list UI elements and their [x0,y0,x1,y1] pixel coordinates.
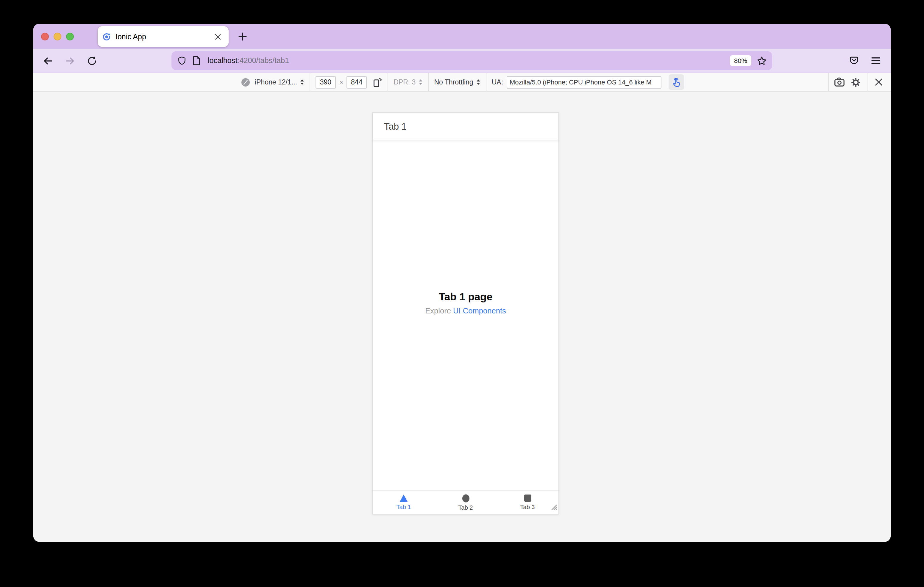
stepper-icon [476,79,480,85]
viewport-width-input[interactable]: 390 [315,76,336,88]
page-subtitle: Explore UI Components [373,306,558,315]
browser-content-area: Tab 1 Tab 1 page Explore UI Components T… [33,92,891,542]
stepper-icon [300,79,304,85]
viewport-height-input[interactable]: 844 [346,76,367,88]
tab-button-tab2[interactable]: Tab 2 [435,491,497,514]
ellipse-icon [462,494,469,502]
tab-title: Ionic App [116,33,212,41]
app-page-content: Tab 1 page Explore UI Components [373,140,558,490]
tab-label: Tab 2 [459,504,473,511]
ionic-logo-icon [102,33,111,41]
square-icon [524,494,531,502]
ua-label: UA: [492,79,503,86]
dpr-value: DPR: 3 [394,79,416,86]
url-bar[interactable]: localhost:4200/tabs/tab1 80% [172,51,772,70]
browser-tab[interactable]: Ionic App [97,26,229,47]
new-tab-button[interactable] [233,27,251,45]
forward-button[interactable] [61,53,78,69]
ui-components-link[interactable]: UI Components [453,306,506,315]
shield-icon[interactable] [177,56,186,66]
url-host: localhost [208,56,237,65]
divider [428,73,429,91]
minimize-window-button[interactable] [53,33,61,40]
back-button[interactable] [39,53,56,69]
page-icon[interactable] [192,56,201,66]
app-header: Tab 1 [373,113,558,140]
rotate-viewport-icon[interactable] [372,77,382,87]
touch-simulation-icon [672,77,681,87]
close-tab-icon[interactable] [212,31,224,43]
tab-button-tab3[interactable]: Tab 3 [497,491,558,514]
welcome-block: Tab 1 page Explore UI Components [373,291,558,315]
divider [828,73,829,91]
tab-button-tab1[interactable]: Tab 1 [373,491,435,514]
tab-label: Tab 1 [396,504,411,510]
divider [867,73,868,91]
browser-window: Ionic App [33,24,891,542]
device-viewport: Tab 1 Tab 1 page Explore UI Components T… [372,112,559,515]
device-selector[interactable]: iPhone 12/1... [255,79,304,86]
settings-gear-icon[interactable] [848,74,864,90]
close-rdm-icon[interactable] [870,74,886,90]
responsive-design-mode-toolbar: iPhone 12/1... 390 × 844 [33,73,891,92]
hamburger-menu-icon[interactable] [868,53,884,69]
pocket-icon[interactable] [845,53,862,69]
divider [310,73,310,91]
navigation-toolbar: localhost:4200/tabs/tab1 80% [33,49,891,73]
app-tab-bar: Tab 1 Tab 2 Tab 3 [373,490,558,514]
close-window-button[interactable] [41,33,48,40]
url-text[interactable]: localhost:4200/tabs/tab1 [208,56,730,65]
compass-icon [241,77,250,87]
rdm-actions [826,73,891,91]
subtitle-text: Explore [425,306,453,315]
divider [388,73,388,91]
page-title: Tab 1 page [373,291,558,303]
reload-button[interactable] [83,53,100,69]
zoom-level-badge[interactable]: 80% [730,55,751,66]
titlebar: Ionic App [33,24,891,49]
dimension-separator: × [339,79,343,86]
rdm-device-controls: iPhone 12/1... 390 × 844 [241,73,684,91]
dpr-selector[interactable]: DPR: 3 [394,79,423,86]
touch-simulation-button[interactable] [668,74,684,90]
screen: Ionic App [0,0,924,587]
viewport-resize-handle[interactable] [549,502,557,513]
zoom-window-button[interactable] [66,33,74,40]
user-agent-input[interactable]: Mozilla/5.0 (iPhone; CPU iPhone OS 14_6 … [507,76,662,88]
screenshot-camera-icon[interactable] [831,74,847,90]
app-header-title: Tab 1 [384,121,407,132]
divider [486,73,487,91]
throttling-selector[interactable]: No Throttling [434,79,480,86]
tab-label: Tab 3 [520,504,535,510]
throttling-value: No Throttling [434,79,473,86]
url-path: :4200/tabs/tab1 [237,56,289,65]
device-selector-value: iPhone 12/1... [255,79,297,86]
stepper-icon [419,79,423,85]
window-controls [41,33,74,40]
triangle-icon [399,494,408,502]
bookmark-star-icon[interactable] [757,56,767,66]
